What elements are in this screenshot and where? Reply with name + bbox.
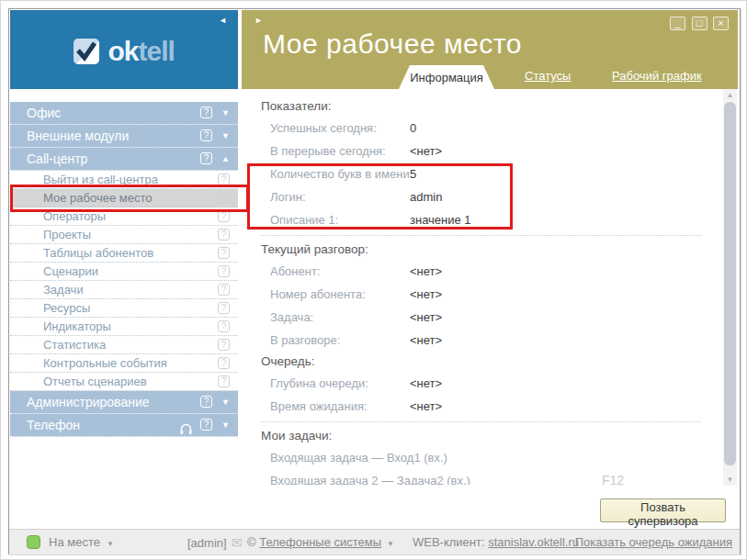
info-row: Время ожидания: <нет>	[261, 395, 723, 418]
row-label: Логин:	[270, 190, 306, 204]
item-label: Контрольные события	[43, 356, 167, 370]
tab-statusy[interactable]: Статусы	[525, 69, 571, 83]
row-value: <нет>	[410, 329, 442, 352]
info-row: В перерыве сегодня: <нет>	[261, 140, 723, 162]
close-button[interactable]: ×	[713, 17, 729, 30]
oktell-checkmark-icon	[74, 39, 99, 64]
company-menu[interactable]: © Телефонные системы▼	[247, 530, 394, 555]
sidebar-item-otchety-stsenariev[interactable]: Отчеты сценариев ?	[10, 373, 238, 391]
sidebar-item-vyiti-iz-call-centra[interactable]: Выйти из call-центра ?	[10, 171, 238, 189]
webclient-link[interactable]: stanislav.oktell.ru	[488, 535, 579, 549]
sidebar-group-vneshnie-moduli[interactable]: Внешние модули ? ▼	[10, 125, 238, 148]
help-icon[interactable]: ?	[218, 302, 230, 314]
item-label: Выйти из call-центра	[43, 173, 158, 186]
help-icon[interactable]: ?	[200, 396, 212, 408]
maximize-button[interactable]: □	[692, 17, 707, 30]
sidebar-menu: Офис ? ▼ Внешние модули ? ▼ Call-центр ?…	[10, 102, 238, 437]
item-label: Таблицы абонентов	[43, 246, 153, 260]
sidebar-item-zadachi[interactable]: Задачи ?	[10, 281, 238, 299]
help-icon[interactable]: ?	[218, 339, 230, 351]
headset-icon[interactable]	[180, 420, 192, 442]
webclient-label: WEB-клиент:	[413, 535, 485, 549]
item-label: Индикаторы	[43, 319, 111, 333]
sidebar-item-proekty[interactable]: Проекты ?	[10, 226, 238, 244]
presence-selector[interactable]: На месте▼	[27, 530, 114, 555]
help-icon[interactable]: ?	[218, 210, 230, 222]
sidebar-item-operatory[interactable]: Операторы ?	[10, 207, 238, 226]
panel-expand-icon[interactable]: ►	[255, 16, 263, 25]
row-value: 5	[410, 162, 416, 185]
help-icon[interactable]: ?	[218, 320, 230, 332]
row-value: значение 1	[410, 208, 471, 231]
chevron-down-icon[interactable]: ▼	[221, 396, 230, 409]
help-icon[interactable]: ?	[200, 419, 212, 431]
chevron-down-icon[interactable]: ▼	[221, 106, 230, 119]
help-icon[interactable]: ?	[218, 229, 230, 241]
info-row: Глубина очереди: <нет>	[261, 372, 723, 395]
chevron-down-icon[interactable]: ▼	[221, 419, 230, 431]
tab-informatsiya[interactable]: Информация	[399, 65, 494, 89]
show-queue[interactable]: Показать очередь ожидания	[575, 530, 732, 555]
sidebar-item-kontrolnye-sobytiya[interactable]: Контрольные события ?	[10, 354, 238, 373]
help-icon[interactable]: ?	[218, 192, 230, 204]
call-supervisor-button[interactable]: Позвать супервизора	[600, 498, 726, 522]
dropdown-icon: ▼	[107, 540, 114, 548]
help-icon[interactable]: ?	[218, 357, 230, 369]
info-row: Логин: admin	[261, 185, 723, 208]
group-label: Телефон	[27, 418, 80, 432]
help-icon[interactable]: ?	[200, 106, 212, 118]
sidebar-group-telefon[interactable]: Телефон ? ▼	[10, 414, 238, 437]
sidebar-item-moe-rabochee-mesto[interactable]: Мое рабочее место ?	[10, 189, 238, 207]
logo-text-tell: tell	[139, 36, 175, 66]
sidebar-group-call-centr[interactable]: Call-центр ? ▲	[10, 148, 238, 171]
sidebar-group-administrirovanie[interactable]: Администрирование ? ▼	[10, 391, 238, 414]
minimize-button[interactable]: _	[670, 17, 685, 30]
sidebar-item-resursy[interactable]: Ресурсы ?	[10, 299, 238, 318]
section-title-tekushchiy-razgovor: Текущий разговор:	[261, 240, 723, 260]
scroll-region: Показатели: Успешных сегодня: 0 В переры…	[242, 89, 723, 485]
group-label: Внешние модули	[27, 129, 129, 143]
item-label: Сценарии	[43, 264, 98, 278]
help-icon[interactable]: ?	[200, 129, 212, 141]
help-icon[interactable]: ?	[200, 152, 212, 164]
task-label: Входящая задача 2 — Задача2 (вх.)	[270, 474, 470, 485]
row-label: Задача:	[270, 310, 313, 324]
tab-rabochiy-grafik[interactable]: Рабочий график	[612, 69, 702, 83]
sidebar-item-tablitsy-abonentov[interactable]: Таблицы абонентов ?	[10, 244, 238, 263]
sidebar-item-indikatory[interactable]: Индикаторы ?	[10, 318, 238, 336]
scroll-down-icon[interactable]: ▼	[723, 474, 737, 486]
scrollbar-thumb[interactable]	[724, 102, 736, 465]
presence-label: На месте	[49, 535, 100, 549]
sidebar-collapse-icon[interactable]: ◄	[219, 16, 227, 25]
help-icon[interactable]: ?	[218, 284, 230, 296]
help-icon[interactable]: ?	[218, 174, 230, 185]
envelope-icon[interactable]: ✉	[232, 535, 243, 550]
chevron-up-icon[interactable]: ▲	[221, 152, 230, 165]
help-icon[interactable]: ?	[218, 247, 230, 259]
company-link[interactable]: Телефонные системы	[259, 535, 381, 549]
main-header: ► _ □ × Мое рабочее место Информация Ста…	[242, 10, 738, 89]
task-row: Входящая задача — Вход1 (вх.)	[261, 446, 723, 469]
help-icon[interactable]: ?	[218, 375, 230, 387]
chevron-down-icon[interactable]: ▼	[221, 129, 230, 142]
window-controls: _ □ ×	[668, 14, 729, 30]
row-value: <нет>	[410, 395, 442, 418]
section-title-ochered: Очередь:	[261, 352, 723, 372]
sidebar-item-statistika[interactable]: Статистика ?	[10, 336, 238, 354]
page-title: Мое рабочее место	[263, 28, 522, 60]
item-label: Задачи	[43, 283, 84, 297]
item-label: Отчеты сценариев	[43, 375, 147, 388]
row-label: Успешных сегодня:	[270, 121, 377, 135]
info-row: Номер абонента: <нет>	[261, 283, 723, 306]
task-row: Входящая задача 2 — Задача2 (вх.)	[261, 469, 723, 485]
sidebar-group-ofis[interactable]: Офис ? ▼	[10, 102, 238, 125]
row-label: В перерыве сегодня:	[270, 144, 386, 158]
vertical-scrollbar[interactable]: ▲ ▼	[723, 89, 737, 486]
row-label: Время ожидания:	[270, 399, 368, 413]
help-icon[interactable]: ?	[218, 265, 230, 277]
sidebar-item-stsenarii[interactable]: Сценарии ?	[10, 263, 238, 281]
status-bar: На месте▼ [admin]✉ © Телефонные системы▼…	[9, 529, 740, 554]
scroll-up-icon[interactable]: ▲	[723, 89, 737, 101]
oktell-logo: oktell	[10, 36, 238, 67]
show-queue-link[interactable]: Показать очередь ожидания	[575, 535, 732, 549]
